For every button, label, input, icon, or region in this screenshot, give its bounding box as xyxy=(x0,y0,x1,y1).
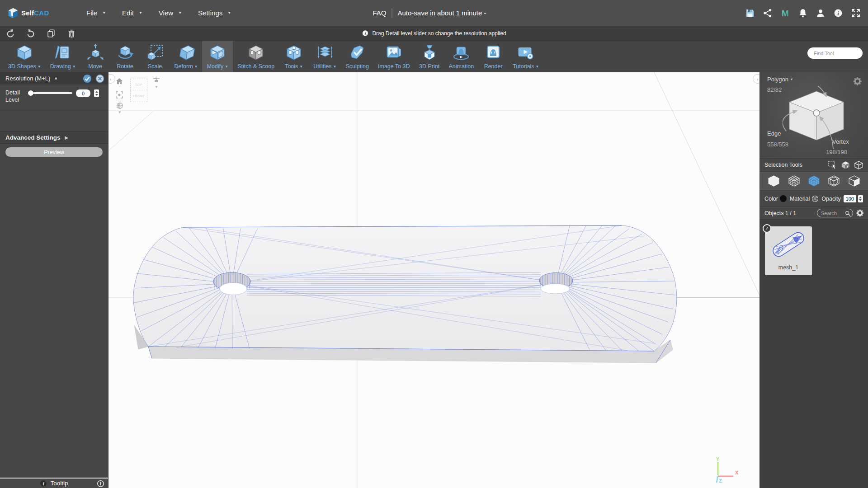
redo-icon[interactable] xyxy=(26,28,36,38)
material-label: Material xyxy=(790,196,810,202)
save-icon[interactable] xyxy=(745,8,755,18)
notification-banner: i Drag Detail level slider so change the… xyxy=(362,30,506,37)
volume-select-icon[interactable] xyxy=(854,160,863,170)
toolbar-item-sculpting[interactable]: Sculpting xyxy=(341,41,373,72)
toolbar-item-stitch-scoop[interactable]: Stitch & Scoop xyxy=(233,41,279,72)
chevron-right-icon: ▶ xyxy=(65,135,69,140)
toolbar-item-drawing[interactable]: Drawing▼ xyxy=(46,41,80,72)
selected-check-icon[interactable]: ✓ xyxy=(763,224,771,233)
viewport-3d[interactable]: ‹ TOP FRONT ▼ ▼ › Y X Z xyxy=(108,72,760,488)
camera-mode-icon[interactable]: ▼ xyxy=(152,76,161,89)
toolbar-item-3d-shapes[interactable]: 3D Shapes▼ xyxy=(4,41,46,72)
toolbar-item-scale[interactable]: Scale xyxy=(140,41,170,72)
tooltip-bar: i Tooltip xyxy=(0,478,108,488)
toolbar-item-tutorials[interactable]: Tutorials▼ xyxy=(508,41,543,72)
slider-handle[interactable] xyxy=(28,90,33,96)
opacity-stepper[interactable] xyxy=(858,195,863,202)
svg-text:X: X xyxy=(735,470,739,475)
top-icons: Mi xyxy=(745,8,861,18)
divider xyxy=(392,8,392,18)
find-tool-input[interactable] xyxy=(807,47,863,59)
object-list: ✓ mesh_1 xyxy=(760,219,868,488)
marquee-select-icon[interactable] xyxy=(828,160,837,170)
vertex-count: 198/198 xyxy=(826,149,847,155)
copy-icon[interactable] xyxy=(46,28,56,38)
image-to-3d-icon xyxy=(385,44,402,61)
chevron-down-icon: ▼ xyxy=(194,65,198,69)
svg-text:Y: Y xyxy=(716,456,720,462)
delete-icon[interactable] xyxy=(66,28,76,38)
color-swatch[interactable] xyxy=(780,195,787,202)
edge-count: 558/558 xyxy=(767,141,788,148)
view-cube-front-face[interactable]: FRONT xyxy=(130,90,147,102)
toolbar-item-modify[interactable]: Modify▼ xyxy=(202,41,233,72)
mode-sphere-icon[interactable] xyxy=(828,175,840,187)
toolbar-item-render[interactable]: Render xyxy=(478,41,508,72)
toolbar-item-rotate[interactable]: Rotate xyxy=(110,41,140,72)
apply-button[interactable] xyxy=(83,74,92,83)
advanced-settings-toggle[interactable]: Advanced Settings ▶ xyxy=(0,131,108,144)
collapse-right-panel-button[interactable]: › xyxy=(753,74,760,84)
object-search[interactable] xyxy=(817,209,853,217)
history-actions xyxy=(5,28,76,38)
mode-wireframe-icon[interactable] xyxy=(788,175,800,187)
faq-link[interactable]: FAQ xyxy=(373,9,386,17)
toolbar-item-animation[interactable]: Animation xyxy=(444,41,479,72)
preview-button[interactable]: Preview xyxy=(5,147,103,157)
object-item-mesh-1[interactable]: ✓ mesh_1 xyxy=(765,226,812,275)
workplane-icon[interactable]: ▼ xyxy=(115,101,124,117)
detail-level-value[interactable]: 0 xyxy=(76,89,90,97)
svg-text:M: M xyxy=(782,8,789,18)
stats-settings-gear-icon[interactable] xyxy=(853,76,863,86)
opacity-value[interactable]: 100 xyxy=(844,195,856,202)
object-search-input[interactable] xyxy=(821,211,844,216)
polygon-mode-label[interactable]: Polygon▾ xyxy=(767,76,793,83)
account-icon[interactable] xyxy=(816,8,826,18)
chevron-down-icon: ▼ xyxy=(38,65,41,69)
view-cube-top-face[interactable]: TOP xyxy=(130,79,147,90)
myminifactory-icon[interactable]: M xyxy=(780,8,790,18)
share-icon[interactable] xyxy=(763,8,773,18)
view-cube[interactable]: TOP FRONT xyxy=(130,79,148,102)
detail-level-label: Detail Level xyxy=(5,89,24,103)
mode-half-icon[interactable] xyxy=(848,175,860,187)
tooltip-info-icon: i xyxy=(40,480,47,487)
menu-edit[interactable]: Edit▼ xyxy=(122,9,142,17)
chevron-down-icon[interactable]: ▼ xyxy=(54,76,58,81)
mode-polygon-active-icon[interactable] xyxy=(808,175,820,187)
mode-object-icon[interactable] xyxy=(768,175,780,187)
panel-toggle-icon[interactable] xyxy=(97,480,104,488)
menu-settings[interactable]: Settings▼ xyxy=(198,9,231,17)
menu-file[interactable]: File▼ xyxy=(86,9,106,17)
svg-text:Z: Z xyxy=(719,478,722,483)
toolbar-item-3d-print[interactable]: 3D Print xyxy=(415,41,444,72)
material-sphere-icon[interactable] xyxy=(811,195,819,202)
detail-level-stepper[interactable] xyxy=(94,89,99,97)
polygon-count: 82/82 xyxy=(767,86,782,93)
fit-view-icon[interactable] xyxy=(115,90,124,99)
edge-mode-label[interactable]: Edge xyxy=(767,130,781,137)
autosave-status: Auto-save in about 1 minute - xyxy=(397,9,486,17)
vertex-mode-label[interactable]: Vertex xyxy=(832,138,849,145)
axis-indicator: Y X Z xyxy=(710,456,741,484)
menu-view[interactable]: View▼ xyxy=(159,9,182,17)
undo-icon[interactable] xyxy=(5,28,15,38)
toolbar-item-image-to-3d[interactable]: Image To 3D xyxy=(373,41,415,72)
utilities-icon xyxy=(316,44,334,61)
objects-settings-gear-icon[interactable] xyxy=(856,209,864,217)
toolbar-item-utilities[interactable]: Utilities▼ xyxy=(309,41,341,72)
chevron-down-icon: ▼ xyxy=(178,11,182,15)
notifications-icon[interactable] xyxy=(798,8,808,18)
home-view-icon[interactable] xyxy=(115,77,124,86)
scene-panel: Polygon▾ 82/82 Edge 558/558 Vertex 198/1… xyxy=(760,72,868,488)
cancel-button[interactable] xyxy=(95,74,104,83)
box-select-icon[interactable] xyxy=(841,160,850,170)
toolbar-item-move[interactable]: Move xyxy=(80,41,110,72)
mesh-stats-block: Polygon▾ 82/82 Edge 558/558 Vertex 198/1… xyxy=(760,72,868,158)
toolbar-item-deform[interactable]: Deform▼ xyxy=(170,41,203,72)
info-icon[interactable]: i xyxy=(833,8,843,18)
selfcad-logo[interactable]: SelfCAD xyxy=(7,7,86,19)
detail-level-slider[interactable] xyxy=(28,90,72,96)
fullscreen-icon[interactable] xyxy=(851,8,861,18)
toolbar-item-tools[interactable]: Tools▼ xyxy=(279,41,309,72)
